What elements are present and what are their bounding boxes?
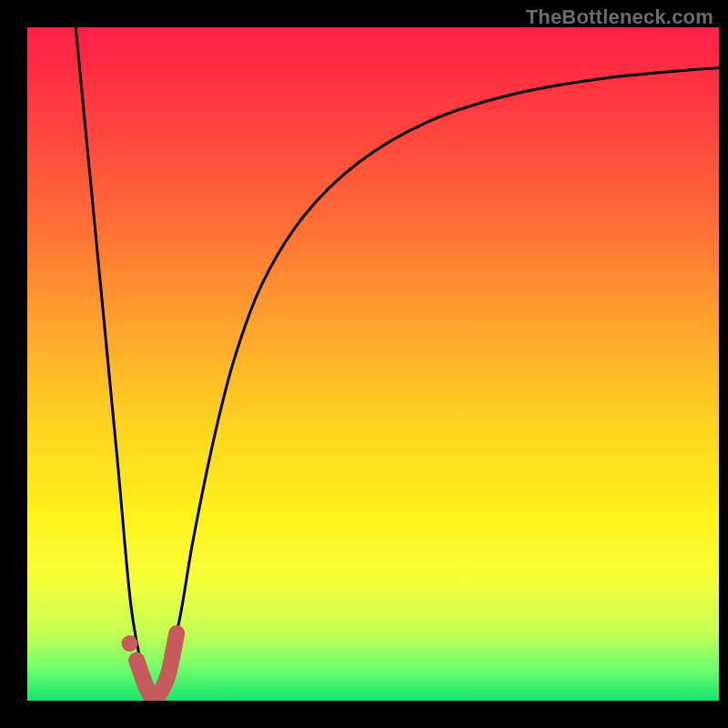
watermark-text: TheBottleneck.com (526, 5, 713, 29)
chart-frame: TheBottleneck.com (0, 0, 728, 728)
bottleneck-chart (0, 0, 728, 728)
highlight-dot (121, 635, 137, 652)
plot-area (27, 27, 719, 702)
